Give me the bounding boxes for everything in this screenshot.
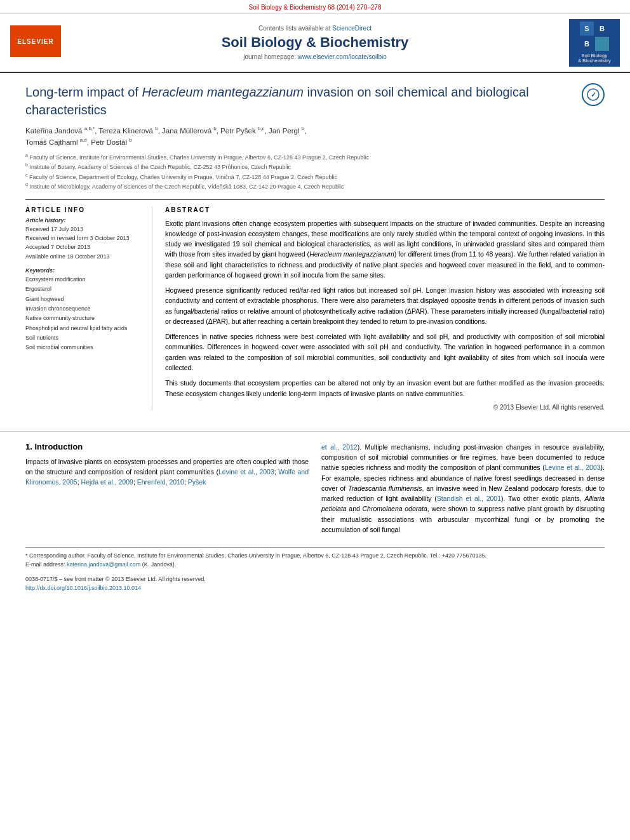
abstract-para4: This study documents that ecosystem prop… (165, 378, 605, 399)
intro-left: 1. Introduction Impacts of invasive plan… (25, 442, 309, 535)
affiliations: a Faculty of Science, Institute for Envi… (25, 152, 605, 192)
homepage-link[interactable]: www.elsevier.com/locate/soilbio (298, 53, 387, 60)
intro-text-right: et al., 2012). Multiple mechanisms, incl… (321, 442, 605, 535)
kw2: Ergosterol (25, 286, 51, 292)
main-content: Long-term impact of Heracleum mantegazzi… (0, 73, 630, 421)
intro-para1: Impacts of invasive plants on ecosystem … (25, 457, 309, 488)
introduction-columns: 1. Introduction Impacts of invasive plan… (0, 442, 630, 535)
sbb-cell-img (595, 37, 609, 51)
ref-hejda2009[interactable]: Hejda et al., 2009 (81, 478, 133, 486)
authors-line: Kateřina Jandová a,b,*, Tereza Klinerová… (25, 125, 605, 149)
ref-pysek[interactable]: Pyšek (188, 478, 206, 486)
sbb-cell-s: S (580, 22, 594, 36)
sbb-grid: S B B (580, 22, 609, 51)
sciencedirect-info: Contents lists available at ScienceDirec… (61, 25, 569, 32)
abstract-section: ABSTRACT Exotic plant invasions often ch… (165, 206, 605, 411)
sciencedirect-link[interactable]: ScienceDirect (332, 25, 372, 32)
doi-link[interactable]: http://dx.doi.org/10.1016/j.soilbio.2013… (25, 585, 141, 591)
article-body: ARTICLE INFO Article history: Received 1… (25, 199, 605, 411)
journal-citation: Soil Biology & Biochemistry 68 (2014) 27… (248, 4, 381, 11)
ref-levine2003[interactable]: Levine et al., 2003 (218, 468, 274, 476)
title-italic: Heracleum mantegazzianum (142, 85, 304, 99)
sbb-cell-b2: B (580, 37, 594, 51)
abstract-para3: Differences in native species richness w… (165, 331, 605, 373)
keywords-list: Ecosystem modification Ergosterol Giant … (25, 275, 144, 352)
bottom-bar: 0038-0717/$ – see front matter © 2013 El… (25, 575, 605, 592)
article-title-text: Long-term impact of Heracleum mantegazzi… (25, 83, 575, 119)
kw6: Phospholipid and neutral lipid fatty aci… (25, 325, 128, 331)
ref-levine2003b[interactable]: Levine et al., 2003 (545, 463, 601, 471)
article-info-panel: ARTICLE INFO Article history: Received 1… (25, 206, 152, 411)
kw3: Giant hogweed (25, 296, 64, 302)
ref-ehrenfeld2010[interactable]: Ehrenfeld, 2010 (137, 478, 184, 486)
accepted-date: Accepted 7 October 2013 (25, 244, 90, 250)
intro-heading: 1. Introduction (25, 442, 309, 451)
doi-line: http://dx.doi.org/10.1016/j.soilbio.2013… (25, 584, 605, 593)
kw8: Soil microbial communities (25, 344, 93, 350)
journal-header: ELSEVIER Contents lists available at Sci… (0, 14, 630, 73)
elsevier-brand: ELSEVIER (17, 38, 53, 45)
section-divider (0, 431, 630, 432)
journal-title: Soil Biology & Biochemistry (61, 34, 569, 51)
intro-text-left: Impacts of invasive plants on ecosystem … (25, 457, 309, 488)
article-history: Article history: Received 17 July 2013 R… (25, 217, 144, 262)
article-title-area: Long-term impact of Heracleum mantegazzi… (25, 83, 605, 119)
abstract-para1: Exotic plant invasions often change ecos… (165, 218, 605, 281)
svg-text:✓: ✓ (591, 91, 596, 98)
issn-line: 0038-0717/$ – see front matter © 2013 El… (25, 575, 605, 584)
copyright: © 2013 Elsevier Ltd. All rights reserved… (165, 404, 605, 411)
sbb-label: Soil Biology& Biochemistry (578, 53, 610, 64)
intro-right: et al., 2012). Multiple mechanisms, incl… (321, 442, 605, 535)
abstract-para2: Hogweed presence significantly reduced r… (165, 285, 605, 326)
crossmark-badge: ✓ (582, 83, 605, 106)
title-part1: Long-term impact of (25, 85, 142, 99)
keywords-label: Keywords: (25, 267, 144, 274)
intro-para-right: et al., 2012). Multiple mechanisms, incl… (321, 442, 605, 535)
keywords-section: Keywords: Ecosystem modification Ergoste… (25, 267, 144, 352)
journal-header-center: Contents lists available at ScienceDirec… (61, 25, 569, 60)
journal-banner: Soil Biology & Biochemistry 68 (2014) 27… (0, 0, 630, 14)
corresponding-author-note: * Corresponding author. Faculty of Scien… (25, 552, 605, 561)
article-info-title: ARTICLE INFO (25, 206, 144, 213)
kw4: Invasion chronosequence (25, 305, 91, 312)
sbb-cell-b1: B (595, 22, 609, 36)
ref-pysek2012[interactable]: et al., 2012 (321, 443, 358, 451)
kw7: Soil nutrients (25, 335, 58, 341)
abstract-text: Exotic plant invasions often change ecos… (165, 218, 605, 399)
email-link[interactable]: katerina.jandova@gmail.com (67, 561, 140, 568)
available-date: Available online 18 October 2013 (25, 253, 109, 260)
footnotes: * Corresponding author. Faculty of Scien… (25, 547, 605, 569)
received-date: Received 17 July 2013 (25, 226, 83, 232)
ref-standish2001[interactable]: Standish et al., 2001 (437, 495, 501, 502)
kw1: Ecosystem modification (25, 276, 86, 283)
history-label: Article history: (25, 217, 144, 223)
email-note: E-mail address: katerina.jandova@gmail.c… (25, 561, 605, 570)
dates: Received 17 July 2013 Received in revise… (25, 225, 144, 262)
abstract-title: ABSTRACT (165, 206, 605, 213)
elsevier-logo: ELSEVIER (10, 25, 61, 60)
sbb-logo-box: S B B Soil Biology& Biochemistry (569, 19, 620, 67)
journal-homepage: journal homepage: www.elsevier.com/locat… (61, 53, 569, 60)
received-revised: Received in revised form 3 October 2013 (25, 235, 130, 241)
kw5: Native community structure (25, 315, 95, 321)
